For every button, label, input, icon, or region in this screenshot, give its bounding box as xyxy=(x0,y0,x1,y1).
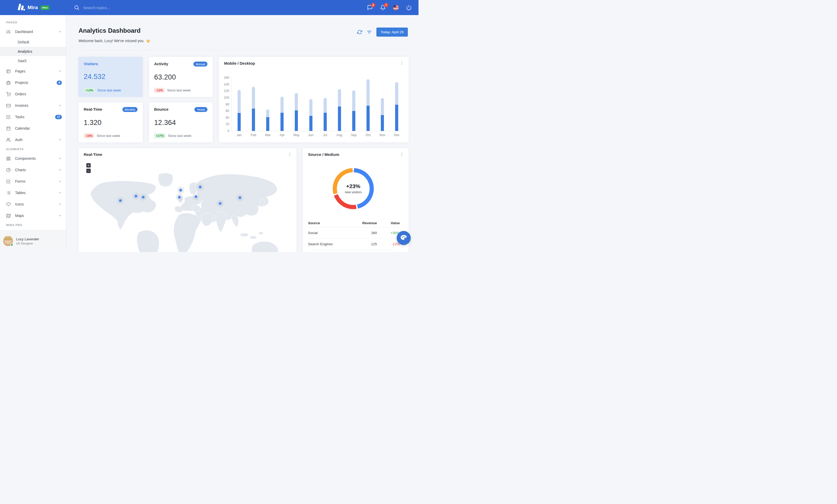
source-medium-card: Source / Medium +23% new visitors Source… xyxy=(303,148,409,252)
sidebar-item-icons[interactable]: Icons xyxy=(0,199,66,210)
cell-value: +35% xyxy=(377,231,400,235)
bar-mobile-segment xyxy=(252,109,255,131)
sidebar-item-label: Components xyxy=(15,156,36,161)
source-medium-table: Source Revenue Value Social260+35%Search… xyxy=(308,219,400,252)
sidebar-item-label: Tables xyxy=(15,191,25,195)
sidebar-item-label: Auth xyxy=(15,138,23,142)
bar-mobile-segment xyxy=(237,113,241,131)
sidebar-item-calendar[interactable]: Calendar xyxy=(0,123,66,134)
us-flag-icon[interactable] xyxy=(393,5,399,11)
sidebar-item-label: Default xyxy=(18,40,29,44)
x-axis-label: Oct xyxy=(362,133,374,137)
sidebar-item-tasks[interactable]: Tasks17 xyxy=(0,111,66,123)
map-marker-3[interactable] xyxy=(179,188,182,192)
x-axis-label: Jul xyxy=(319,133,331,137)
sidebar-section-label: MIRA PRO xyxy=(6,223,66,226)
sidebar-item-projects[interactable]: Projects8 xyxy=(0,77,66,88)
messages-icon[interactable]: 3 xyxy=(367,5,373,11)
chevron-down-icon xyxy=(58,202,62,206)
brand[interactable]: Mira PRO xyxy=(17,0,49,15)
bar-may xyxy=(295,93,298,131)
sidebar-item-label: Analytics xyxy=(18,49,32,54)
stat-value: 24.532 xyxy=(84,73,138,81)
bar-jul xyxy=(324,98,327,131)
stat-card-title: Visitors xyxy=(84,61,98,66)
map-icon xyxy=(6,213,11,218)
stat-period-badge[interactable]: Monthly xyxy=(122,107,138,112)
table-body: Social260+35%Search Engines125-12%Direct… xyxy=(308,227,400,252)
x-axis xyxy=(231,131,402,131)
sidebar-count-badge: 17 xyxy=(55,115,62,119)
power-icon[interactable] xyxy=(406,5,412,11)
sidebar-item-orders[interactable]: Orders xyxy=(0,88,66,100)
y-axis-tick: 100 xyxy=(219,96,229,99)
map-marker-1[interactable] xyxy=(134,194,138,198)
date-button[interactable]: Today: April 29 xyxy=(376,27,408,37)
sidebar-item-tables[interactable]: Tables xyxy=(0,187,66,199)
sidebar-item-dashboard[interactable]: Dashboard xyxy=(0,26,66,37)
grid-icon xyxy=(6,156,11,161)
sidebar-item-charts[interactable]: Charts xyxy=(0,164,66,175)
more-vertical-icon[interactable] xyxy=(288,152,292,156)
sidebar-nav: PAGESDashboardDefaultAnalyticsSaaSPagesP… xyxy=(0,15,66,226)
notifications-bell-icon[interactable]: 7 xyxy=(380,5,386,11)
map-marker-8[interactable] xyxy=(238,196,242,200)
stat-caption: Since last week xyxy=(168,134,191,138)
sidebar-item-label: Icons xyxy=(15,202,24,206)
refresh-icon[interactable] xyxy=(357,30,362,35)
pro-badge: PRO xyxy=(40,5,49,10)
sidebar-item-analytics[interactable]: Analytics xyxy=(0,47,66,56)
stat-period-badge[interactable]: Yearly xyxy=(194,107,208,112)
filter-icon[interactable] xyxy=(367,30,372,35)
sidebar-item-auth[interactable]: Auth xyxy=(0,134,66,146)
page-subtitle: Welcome back, Lucy! We've missed you. xyxy=(78,38,150,43)
bar-jan xyxy=(237,90,241,131)
sidebar-item-default[interactable]: Default xyxy=(0,37,66,47)
sidebar-item-label: Dashboard xyxy=(15,30,33,34)
map-marker-5[interactable] xyxy=(198,185,202,189)
stat-delta-chip: -12% xyxy=(154,88,164,93)
sidebar-item-invoices[interactable]: Invoices xyxy=(0,100,66,111)
x-axis-label: Sep xyxy=(348,133,359,137)
sidebar-item-saas[interactable]: SaaS xyxy=(0,56,66,66)
wave-emoji-icon xyxy=(146,38,150,43)
stat-period-badge[interactable]: Annual xyxy=(193,61,208,67)
y-axis-tick: 40 xyxy=(219,116,229,119)
map-marker-4[interactable] xyxy=(178,195,181,199)
stat-value: 1.320 xyxy=(84,119,138,127)
sidebar-item-pages[interactable]: Pages xyxy=(0,66,66,77)
notifications-badge: 7 xyxy=(384,3,388,7)
sidebar-item-maps[interactable]: Maps xyxy=(0,210,66,221)
sidebar-section-label: ELEMENTS xyxy=(6,148,66,151)
stat-caption: Since last week xyxy=(167,88,191,92)
map-zoom-out-button[interactable]: - xyxy=(86,169,91,173)
stat-card-bounce: BounceYearly12.364+27%Since last week xyxy=(149,102,213,142)
theme-settings-fab[interactable] xyxy=(397,231,411,245)
map-marker-6[interactable] xyxy=(194,195,198,199)
x-axis-label: May xyxy=(291,133,302,137)
table-row-search-engines: Search Engines125-12% xyxy=(308,238,400,249)
sidebar-item-forms[interactable]: Forms xyxy=(0,175,66,187)
users-icon xyxy=(6,138,11,142)
x-axis-label: Nov xyxy=(377,133,388,137)
credit-card-icon xyxy=(6,104,11,108)
bar-feb xyxy=(252,87,255,131)
search-input[interactable] xyxy=(83,5,140,10)
map-marker-7[interactable] xyxy=(218,202,222,205)
map-marker-2[interactable] xyxy=(141,195,145,199)
sidebar-item-label: Projects xyxy=(15,80,28,85)
chevron-down-icon xyxy=(58,168,62,172)
bar-apr xyxy=(281,97,284,131)
map-marker-0[interactable] xyxy=(119,199,122,202)
cell-revenue: 125 xyxy=(346,242,377,246)
sidebar-user[interactable]: Lucy Lavender UX Designer xyxy=(0,230,66,252)
sidebar-item-components[interactable]: Components xyxy=(0,153,66,164)
check-square-icon xyxy=(6,179,11,184)
more-vertical-icon[interactable] xyxy=(400,152,404,156)
user-role: UX Designer xyxy=(16,242,39,245)
user-name: Lucy Lavender xyxy=(16,237,39,241)
table-header-row: Source Revenue Value xyxy=(308,219,400,227)
sidebar-section-label: PAGES xyxy=(6,21,66,24)
map-zoom-in-button[interactable]: + xyxy=(86,163,91,168)
bar-mobile-segment xyxy=(295,110,298,131)
